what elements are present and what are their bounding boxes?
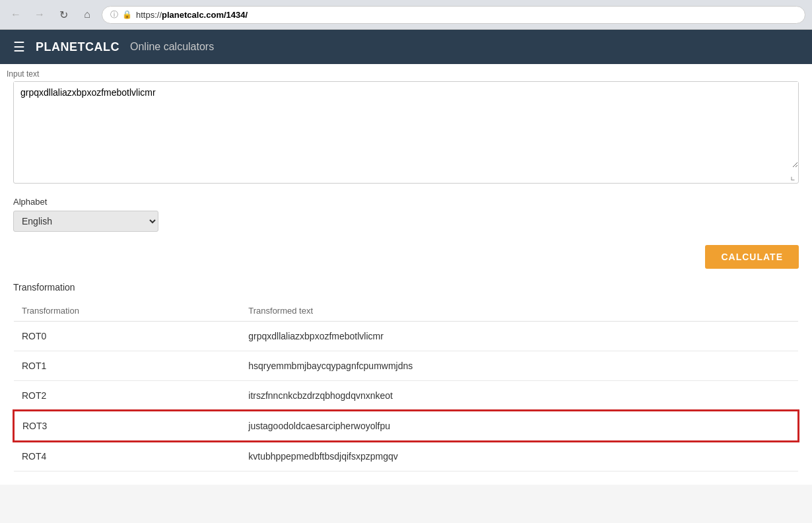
transformation-id: ROT0 (14, 322, 240, 351)
browser-chrome: ← → ↻ ⌂ ⓘ 🔒 https://planetcalc.com/1434/ (0, 0, 812, 30)
transformation-id: ROT1 (14, 351, 240, 381)
address-url: https://planetcalc.com/1434/ (136, 10, 248, 20)
input-textarea[interactable]: grpqxdllaliazxbpxozfmebotlvlicmr (14, 82, 798, 168)
app-title: PLANETCALC (36, 40, 119, 54)
table-row: ROT2itrszfnncnkcbzdrzqbhogdqvnxnkeot (14, 381, 798, 411)
transformed-text: kvtubhppepmedbftbsdjqifsxpzpmgqv (240, 441, 798, 471)
resize-handle[interactable]: ⌞ (14, 170, 798, 183)
alphabet-select[interactable]: English Russian German French Spanish (13, 211, 158, 232)
app-header: ☰ PLANETCALC Online calculators (0, 30, 812, 64)
home-button[interactable]: ⌂ (78, 5, 96, 24)
transformation-id: ROT4 (14, 441, 240, 471)
transformed-text: hsqryemmbmjbaycqypagnfcpumwmjdns (240, 351, 798, 381)
table-row: ROT1hsqryemmbmjbaycqypagnfcpumwmjdns (14, 351, 798, 381)
input-textarea-wrapper: grpqxdllaliazxbpxozfmebotlvlicmr ⌞ (13, 81, 799, 184)
transformation-id: ROT3 (14, 411, 240, 441)
table-row: ROT4kvtubhppepmedbftbsdjqifsxpzpmgqv (14, 441, 798, 471)
col-header-transformed-text: Transformed text (240, 300, 798, 322)
calculate-button[interactable]: CALCULATE (705, 245, 799, 269)
alphabet-section: Alphabet English Russian German French S… (0, 184, 812, 232)
alphabet-label: Alphabet (13, 197, 799, 207)
calculate-section: CALCULATE (0, 232, 812, 282)
table-row: ROT0grpqxdllaliazxbpxozfmebotlvlicmr (14, 322, 798, 351)
address-bar[interactable]: ⓘ 🔒 https://planetcalc.com/1434/ (102, 6, 805, 24)
main-content: Input text grpqxdllaliazxbpxozfmebotlvli… (0, 64, 812, 485)
transformed-text: justagoodoldcaesarcipherwoyolfpu (240, 411, 798, 441)
transformed-text: grpqxdllaliazxbpxozfmebotlvlicmr (240, 322, 798, 351)
transformation-section: Transformation Transformation Transforme… (0, 282, 812, 485)
lock-icon: 🔒 (122, 10, 132, 19)
transformed-text: itrszfnncnkcbzdrzqbhogdqvnxnkeot (240, 381, 798, 411)
table-row: ROT3justagoodoldcaesarcipherwoyolfpu (14, 411, 798, 441)
table-header-row: Transformation Transformed text (14, 300, 798, 322)
info-icon: ⓘ (110, 9, 118, 20)
transformation-table: Transformation Transformed text ROT0grpq… (13, 300, 799, 471)
hamburger-menu[interactable]: ☰ (13, 39, 25, 55)
reload-button[interactable]: ↻ (54, 5, 73, 24)
transformation-id: ROT2 (14, 381, 240, 411)
app-subtitle: Online calculators (130, 41, 214, 53)
col-header-transformation: Transformation (14, 300, 240, 322)
input-field-label: Input text (0, 64, 812, 79)
back-button[interactable]: ← (7, 5, 25, 24)
forward-button[interactable]: → (30, 5, 49, 24)
transformation-title: Transformation (13, 282, 799, 293)
